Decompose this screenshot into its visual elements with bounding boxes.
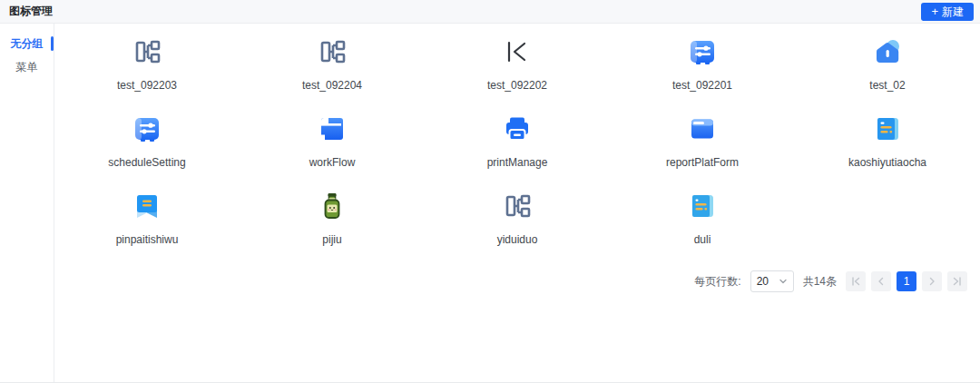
page-title: 图标管理 <box>9 4 53 19</box>
icon-label: reportPlatForm <box>666 156 739 169</box>
printer-icon <box>499 111 535 147</box>
component-icon <box>132 36 162 67</box>
printer-icon <box>502 113 533 144</box>
icon-label: workFlow <box>309 156 356 169</box>
skip-back-icon <box>499 34 535 70</box>
next-page-button[interactable] <box>922 271 942 291</box>
scroll-light-icon <box>687 191 718 221</box>
sidebar: 无分组 菜单 <box>0 24 54 382</box>
chevron-down-icon <box>779 277 788 286</box>
icon-card[interactable]: yiduiduo <box>425 182 610 260</box>
icon-label: test_092202 <box>487 79 547 92</box>
scroll-icon <box>869 111 906 147</box>
last-page-icon <box>952 276 963 287</box>
icon-label: kaoshiyutiaocha <box>848 156 926 169</box>
component-icon <box>499 188 535 224</box>
total-count-label: 共14条 <box>803 274 837 290</box>
icon-label: duli <box>694 233 711 246</box>
report-card-icon <box>684 111 720 147</box>
icon-card[interactable]: test_092201 <box>610 28 795 105</box>
house-icon <box>872 36 903 67</box>
bookmark-ribbon-icon <box>132 191 162 221</box>
prev-page-button[interactable] <box>871 271 891 291</box>
icon-label: pinpaitishiwu <box>116 233 179 246</box>
icon-label: test_092204 <box>302 79 362 92</box>
icon-label: scheduleSetting <box>108 156 185 169</box>
header: 图标管理 + 新建 <box>0 0 980 24</box>
component-icon <box>502 191 533 221</box>
body: 无分组 菜单 test_092203 test_092204 <box>0 24 980 382</box>
pager-buttons: 1 <box>846 271 967 291</box>
icon-card[interactable]: duli <box>610 182 795 260</box>
sidebar-item-menu[interactable]: 菜单 <box>0 56 54 78</box>
pagination-bar: 每页行数: 20 共14条 1 <box>54 260 980 292</box>
icon-label: pijiu <box>322 233 341 246</box>
sliders-icon <box>129 111 165 147</box>
component-icon <box>129 34 165 70</box>
scroll-light-icon <box>684 188 720 224</box>
sidebar-item-label: 无分组 <box>11 36 44 52</box>
icon-card[interactable]: reportPlatForm <box>610 105 795 182</box>
rows-per-page-label: 每页行数: <box>694 274 740 290</box>
first-page-button[interactable] <box>846 271 866 291</box>
main-content: test_092203 test_092204 test_092202 <box>54 24 980 382</box>
sidebar-item-ungrouped[interactable]: 无分组 <box>0 33 54 54</box>
sliders-icon <box>687 36 718 67</box>
icon-grid: test_092203 test_092204 test_092202 <box>54 28 980 260</box>
icon-label: test_092201 <box>672 79 732 92</box>
icon-card[interactable]: test_092203 <box>54 28 240 105</box>
component-icon <box>317 36 348 67</box>
icon-card[interactable]: kaoshiyutiaocha <box>795 105 980 182</box>
workflow-folder-icon <box>317 113 348 144</box>
house-icon <box>869 34 906 70</box>
skip-back-icon <box>502 36 533 67</box>
component-icon <box>314 34 350 70</box>
page-size-value: 20 <box>757 275 769 288</box>
icon-card[interactable]: pijiu <box>240 182 425 260</box>
icon-card[interactable]: pinpaitishiwu <box>54 182 240 260</box>
page-size-select[interactable]: 20 <box>750 270 794 292</box>
icon-card[interactable]: test_02 <box>795 28 980 105</box>
icon-label: yiduiduo <box>497 233 538 246</box>
icon-card[interactable]: test_092204 <box>240 28 425 105</box>
new-button[interactable]: + 新建 <box>921 3 974 21</box>
chevron-left-icon <box>876 276 887 287</box>
sliders-icon <box>684 34 720 70</box>
icon-card[interactable]: scheduleSetting <box>54 105 240 182</box>
sliders-icon <box>132 113 162 144</box>
new-button-label: 新建 <box>942 3 964 21</box>
first-page-icon <box>850 276 861 287</box>
last-page-button[interactable] <box>947 271 967 291</box>
icon-card[interactable]: printManage <box>425 105 610 182</box>
sidebar-item-label: 菜单 <box>16 60 38 75</box>
icon-label: printManage <box>487 156 548 169</box>
icon-manager-app: 图标管理 + 新建 无分组 菜单 test_092203 <box>0 0 980 383</box>
bookmark-ribbon-icon <box>129 188 165 224</box>
beer-bottle-icon <box>317 191 348 221</box>
icon-card[interactable]: test_092202 <box>425 28 610 105</box>
plus-icon: + <box>931 5 938 17</box>
icon-card[interactable]: workFlow <box>240 105 425 182</box>
active-indicator <box>51 36 54 51</box>
beer-bottle-icon <box>314 188 350 224</box>
workflow-folder-icon <box>314 111 350 147</box>
chevron-right-icon <box>926 276 937 287</box>
icon-label: test_02 <box>869 79 905 92</box>
icon-label: test_092203 <box>117 79 177 92</box>
report-card-icon <box>687 113 718 144</box>
page-number-button[interactable]: 1 <box>897 271 916 291</box>
scroll-icon <box>872 113 903 144</box>
